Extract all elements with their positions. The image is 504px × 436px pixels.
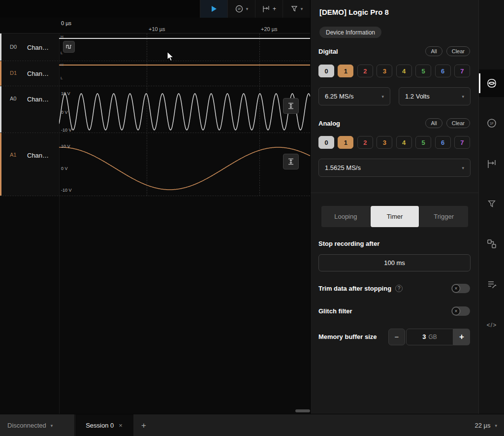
analyzers-toolbar-button[interactable]: 1F ▾ — [227, 0, 255, 18]
sidebar-item-extensions[interactable]: </> — [479, 311, 504, 339]
channel-select-digital-2[interactable]: 2 — [357, 65, 373, 77]
trigger-icon — [487, 199, 497, 209]
toolbar-button-group: 1F ▾ + ▾ — [200, 0, 310, 18]
toggle-off-icon: × — [452, 284, 460, 293]
glitch-filter-label: Glitch filter — [318, 307, 352, 315]
capture-duration-dropdown[interactable]: 22 µs ▾ — [474, 414, 497, 436]
memory-buffer-value: 3 GB — [406, 329, 453, 345]
sidebar-item-measurements[interactable] — [479, 150, 504, 178]
sidebar-item-device[interactable] — [479, 69, 504, 97]
channel-select-analog-6[interactable]: 6 — [435, 136, 451, 149]
channel-select-analog-7[interactable]: 7 — [454, 136, 470, 149]
channel-select-digital-0[interactable]: 0 — [318, 65, 334, 77]
data-table-icon — [486, 238, 497, 249]
glitch-filter-toggle[interactable]: × — [451, 306, 470, 316]
channel-label-a0[interactable]: A0 Chan… — [0, 86, 59, 133]
scale-label: 0 V — [61, 110, 68, 115]
logic-high-label: H — [61, 34, 63, 39]
sidebar-item-triggers[interactable] — [479, 190, 504, 218]
close-icon[interactable]: × — [119, 422, 123, 429]
analog-all-button[interactable]: All — [425, 118, 442, 128]
memory-size-unit: GB — [428, 334, 437, 340]
square-wave-icon — [65, 43, 72, 50]
channel-id: D0 — [10, 44, 17, 50]
play-icon — [211, 5, 218, 12]
sidebar-item-data-table[interactable] — [479, 230, 504, 258]
measurement-toolbar-button[interactable]: + — [255, 0, 283, 18]
scale-label: 10 V — [61, 144, 70, 149]
help-icon[interactable]: ? — [395, 285, 403, 292]
decrease-buffer-button[interactable]: − — [388, 329, 405, 345]
device-information-button[interactable]: Device Information — [319, 27, 381, 38]
trim-data-label: Trim data after stopping — [318, 285, 391, 292]
svg-text:1F: 1F — [237, 7, 241, 10]
analog-clear-button[interactable]: Clear — [446, 118, 470, 128]
channel-select-digital-3[interactable]: 3 — [377, 65, 392, 77]
status-bar: Disconnected ▾ Session 0 × + 22 µs ▾ — [0, 414, 504, 436]
stop-recording-input[interactable] — [318, 254, 471, 271]
analog-channel-selector: 01234567 — [318, 136, 470, 149]
session-tab[interactable]: Session 0 × — [75, 414, 133, 436]
digital-channel-selector: 01234567 — [318, 65, 470, 77]
analog-sample-rate-value: 1.5625 MS/s — [325, 164, 361, 171]
channel-label-a1[interactable]: A1 Chan… — [0, 133, 59, 196]
channel-name: Chan… — [27, 70, 49, 77]
scale-label: -10 V — [61, 188, 72, 193]
chevron-down-icon: ▾ — [495, 423, 497, 428]
new-session-button[interactable]: + — [138, 414, 150, 436]
channel-name: Chan… — [27, 44, 49, 51]
channel-select-digital-1[interactable]: 1 — [338, 65, 353, 77]
tab-looping[interactable]: Looping — [321, 206, 371, 227]
tab-timer[interactable]: Timer — [371, 206, 420, 227]
sidebar-item-notes[interactable] — [479, 271, 504, 299]
channel-select-analog-1[interactable]: 1 — [338, 136, 353, 149]
channel-select-digital-4[interactable]: 4 — [396, 65, 412, 77]
digital-clear-button[interactable]: Clear — [446, 46, 470, 56]
timeline-tick: +20 µs — [261, 26, 278, 32]
channel-select-analog-3[interactable]: 3 — [377, 136, 392, 149]
capture-mode-tabs: Looping Timer Trigger — [321, 206, 468, 227]
sidebar-item-analyzers[interactable]: 1F — [479, 109, 504, 137]
memory-buffer-label: Memory buffer size — [318, 333, 388, 340]
autoscale-button[interactable] — [283, 154, 299, 169]
autoscale-button[interactable] — [283, 98, 299, 114]
channel-select-digital-6[interactable]: 6 — [435, 65, 451, 77]
glitch-filter-row: Glitch filter × — [318, 306, 470, 316]
logic-analyzer-app: 1F ▾ + ▾ 0 µs — [0, 0, 504, 436]
digital-sample-rate-dropdown[interactable]: 6.25 MS/s ▾ — [318, 87, 390, 105]
increase-buffer-button[interactable]: + — [453, 329, 470, 345]
chevron-down-icon: ▾ — [462, 166, 464, 170]
channel-label-d0[interactable]: D0 Chan… — [0, 34, 59, 61]
scale-label: 10 V — [61, 91, 70, 96]
trigger-icon — [290, 5, 298, 13]
stop-recording-label: Stop recording after — [318, 240, 379, 247]
channel-name: Chan… — [27, 152, 49, 159]
channel-select-analog-2[interactable]: 2 — [357, 136, 373, 149]
digital-section-header: Digital All Clear — [318, 46, 470, 57]
start-capture-button[interactable] — [200, 0, 227, 18]
logic-low-label: L — [61, 76, 63, 80]
trigger-toolbar-button[interactable]: ▾ — [283, 0, 310, 18]
digital-label: Digital — [318, 48, 421, 55]
fit-vertical-icon — [287, 102, 295, 110]
channel-tool-button[interactable] — [63, 41, 75, 53]
tab-trigger[interactable]: Trigger — [419, 206, 468, 227]
digital-voltage-dropdown[interactable]: 1.2 Volts ▾ — [399, 87, 471, 105]
digital-all-button[interactable]: All — [425, 46, 442, 56]
analog-sample-rate-dropdown[interactable]: 1.5625 MS/s ▾ — [318, 159, 471, 177]
channel-id: D1 — [10, 70, 17, 76]
trim-data-toggle[interactable]: × — [451, 284, 470, 293]
channel-select-digital-7[interactable]: 7 — [454, 65, 470, 77]
timeline-ruler[interactable]: 0 µs +10 µs +20 µs — [0, 18, 310, 34]
horizontal-scrollbar[interactable] — [295, 409, 310, 412]
connection-status-dropdown[interactable]: Disconnected ▾ — [0, 414, 75, 436]
extensions-icon: </> — [487, 322, 497, 329]
channel-label-d1[interactable]: D1 Chan… — [0, 61, 59, 86]
channel-name: Chan… — [27, 96, 49, 103]
channel-select-analog-5[interactable]: 5 — [415, 136, 431, 149]
memory-buffer-stepper: − 3 GB + — [388, 329, 470, 345]
channel-row-a1: A1 Chan… 10 V 0 V -10 V — [0, 133, 310, 196]
channel-select-analog-0[interactable]: 0 — [318, 136, 334, 149]
channel-select-analog-4[interactable]: 4 — [396, 136, 412, 149]
channel-select-digital-5[interactable]: 5 — [415, 65, 431, 77]
